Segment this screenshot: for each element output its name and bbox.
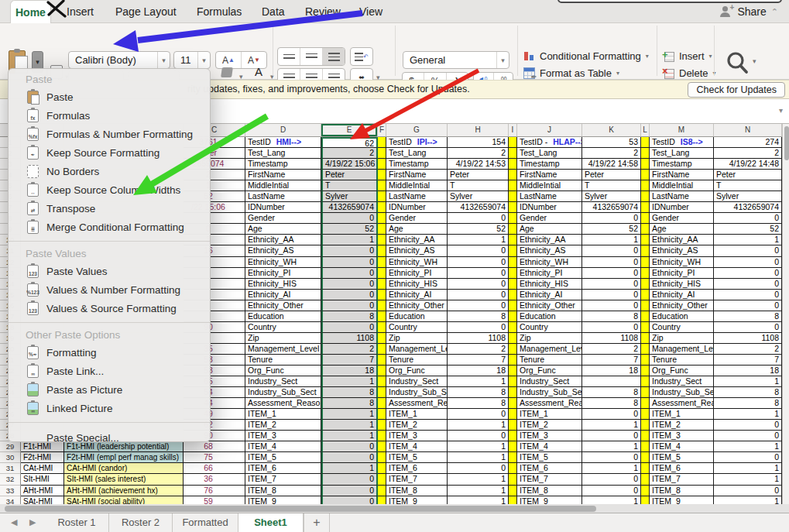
cell[interactable]: 7 — [714, 355, 782, 366]
menu-item-merge-conditional-formatting[interactable]: ≣Merge Conditional Formatting — [9, 218, 210, 236]
cell[interactable] — [378, 376, 386, 387]
cell[interactable]: 4132659074 — [448, 202, 509, 213]
cell[interactable]: TestIDHMI--> — [245, 137, 321, 148]
cell[interactable]: 1 — [448, 420, 509, 431]
cell[interactable]: 0 — [582, 279, 641, 290]
cell[interactable] — [641, 420, 650, 431]
cell[interactable]: Management_Level — [245, 344, 321, 355]
cell[interactable] — [378, 170, 386, 180]
cell[interactable] — [641, 463, 650, 474]
cell[interactable] — [641, 213, 650, 224]
cell[interactable]: 59 — [184, 496, 245, 504]
cell[interactable]: 68 — [184, 441, 245, 452]
cell[interactable] — [509, 300, 517, 311]
cell[interactable] — [641, 322, 650, 333]
cell[interactable] — [641, 159, 650, 170]
cell[interactable]: MiddleIntial — [650, 180, 714, 191]
cell[interactable]: 0 — [582, 409, 641, 420]
cell[interactable]: Ethnicity_PI — [245, 268, 321, 279]
cell[interactable]: IDNumber — [386, 202, 448, 213]
cell[interactable]: 0 — [448, 213, 509, 224]
cell[interactable]: 0 — [582, 431, 641, 441]
cell[interactable]: ITEM_1 — [650, 409, 714, 420]
cell[interactable]: ITEM_4 — [386, 441, 448, 452]
cell[interactable]: ITEM_4 — [650, 441, 714, 452]
cell[interactable] — [509, 170, 517, 180]
selected-cell[interactable]: 0 — [321, 245, 378, 256]
cell[interactable]: ITEM_4 — [517, 441, 582, 452]
cell[interactable] — [378, 159, 386, 170]
cell[interactable]: Industry_Sect — [386, 376, 448, 387]
cell[interactable] — [641, 148, 650, 159]
cell[interactable] — [378, 474, 386, 485]
cell[interactable]: Gender — [517, 213, 582, 224]
selected-cell[interactable]: T — [321, 180, 378, 191]
cell[interactable] — [378, 311, 386, 322]
cell[interactable]: 52 — [714, 224, 782, 235]
selected-cell[interactable]: 0 — [321, 474, 378, 485]
row-header[interactable]: 29 — [0, 441, 21, 452]
cell[interactable] — [509, 486, 517, 496]
cell[interactable] — [641, 224, 650, 235]
cell[interactable]: Org_Func — [650, 366, 714, 376]
cell[interactable]: Zip — [386, 333, 448, 344]
cell[interactable]: 0 — [448, 268, 509, 279]
cell[interactable]: ITEM_1 — [517, 409, 582, 420]
cell[interactable]: Ethnicity_AI — [386, 290, 448, 300]
cell[interactable]: Tenure — [517, 355, 582, 366]
cell[interactable]: 1 — [714, 441, 782, 452]
selected-cell[interactable]: 4132659074 — [321, 202, 378, 213]
cell[interactable]: F2t-HMI — [21, 452, 64, 463]
cell[interactable]: 1 — [714, 474, 782, 485]
cell[interactable]: Ethnicity_Other — [650, 300, 714, 311]
cell[interactable]: Education — [245, 311, 321, 322]
cell[interactable]: ITEM_9 — [386, 496, 448, 504]
cell[interactable]: 18 — [582, 366, 641, 376]
cell[interactable] — [509, 376, 517, 387]
cell[interactable]: 0 — [582, 290, 641, 300]
cell[interactable]: Industry_Sub_Sect — [517, 387, 582, 398]
cell[interactable]: Industry_Sect — [245, 376, 321, 387]
cell[interactable]: Gender — [650, 213, 714, 224]
cell[interactable]: 2 — [714, 148, 782, 159]
selected-cell[interactable]: 0 — [321, 300, 378, 311]
cell[interactable]: Ethnicity_AI — [517, 290, 582, 300]
ribbon-tab-review[interactable]: Review — [300, 0, 345, 23]
cell[interactable] — [509, 191, 517, 202]
cell[interactable]: F2t-HMI (empl perf manag skills) — [64, 452, 184, 463]
cell[interactable] — [509, 235, 517, 245]
cell[interactable]: 1 — [582, 235, 641, 245]
selected-cell[interactable]: 1 — [321, 431, 378, 441]
align-middle-button[interactable] — [300, 48, 323, 65]
cell[interactable]: 0 — [714, 257, 782, 268]
cell[interactable]: Education — [386, 311, 448, 322]
row-header[interactable]: 32 — [0, 474, 21, 485]
cell[interactable] — [509, 496, 517, 504]
selected-cell[interactable]: 0 — [321, 496, 378, 504]
cell[interactable]: Tenure — [386, 355, 448, 366]
cell[interactable]: ITEM_5 — [517, 452, 582, 463]
cell[interactable]: Ethnicity_Other — [245, 300, 321, 311]
cell[interactable]: 1 — [714, 235, 782, 245]
cell[interactable] — [509, 431, 517, 441]
cell[interactable]: 0 — [582, 300, 641, 311]
cell[interactable] — [509, 333, 517, 344]
delete-cells-button[interactable]: Delete▾ — [663, 66, 716, 80]
selected-cell[interactable]: 0 — [321, 268, 378, 279]
cell[interactable]: Ethnicity_WH — [245, 257, 321, 268]
cell[interactable]: 2 — [448, 344, 509, 355]
menu-item-no-borders[interactable]: No Borders — [9, 162, 210, 180]
menu-item-keep-source-column-widths[interactable]: ↔Keep Source Column Widths — [9, 180, 210, 199]
menu-item-values-source-formatting[interactable]: 123Values & Source Formatting — [9, 299, 210, 317]
cell[interactable] — [641, 311, 650, 322]
cell[interactable] — [641, 170, 650, 180]
column-header-F[interactable]: F — [378, 124, 386, 137]
cell[interactable]: 0 — [714, 322, 782, 333]
cell[interactable] — [378, 245, 386, 256]
cell[interactable]: Industry_Sub_Sect — [386, 387, 448, 398]
cell[interactable]: 0 — [448, 290, 509, 300]
cell[interactable]: 0 — [714, 300, 782, 311]
cell[interactable]: 0 — [582, 268, 641, 279]
cell[interactable] — [378, 180, 386, 191]
selected-cell[interactable]: 0 — [321, 486, 378, 496]
